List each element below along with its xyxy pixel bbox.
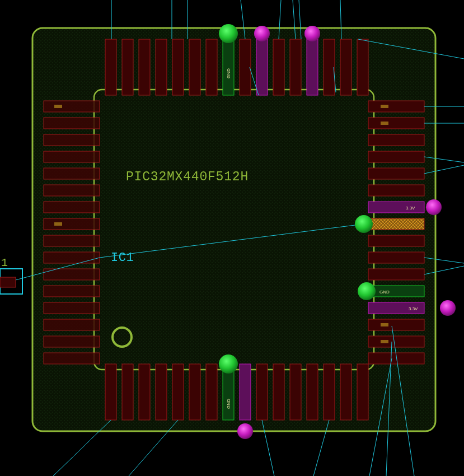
pad-bot-5[interactable] bbox=[172, 364, 184, 420]
via-gnd-right-a[interactable] bbox=[355, 215, 373, 233]
svg-rect-35 bbox=[381, 122, 388, 125]
pad-bot-15[interactable] bbox=[340, 364, 351, 420]
net-label-gnd-bot: GND bbox=[226, 399, 231, 409]
pad-right-15[interactable] bbox=[368, 336, 424, 347]
pad-top-2[interactable] bbox=[122, 39, 133, 95]
pad-right-9[interactable] bbox=[368, 235, 424, 246]
net-label-3v3-right-a: 3.3V bbox=[406, 206, 415, 211]
svg-rect-37 bbox=[381, 340, 388, 343]
pad-left-16[interactable] bbox=[44, 101, 100, 112]
pad-bot-2[interactable] bbox=[122, 364, 133, 420]
pad-bot-12[interactable] bbox=[290, 364, 301, 420]
pad-bot-1[interactable] bbox=[105, 364, 116, 420]
svg-rect-33 bbox=[54, 222, 62, 226]
via-3v3-right-a[interactable] bbox=[426, 199, 442, 215]
pad-top-7[interactable] bbox=[206, 39, 217, 95]
via-3v3-top-b[interactable] bbox=[304, 26, 320, 41]
via-3v3-bot[interactable] bbox=[237, 423, 253, 439]
pad-bot-13[interactable] bbox=[307, 364, 318, 420]
pad-bot-3[interactable] bbox=[139, 364, 150, 420]
svg-rect-32 bbox=[54, 105, 62, 108]
offscreen-label: 1 bbox=[1, 256, 8, 269]
pad-left-12[interactable] bbox=[44, 168, 100, 179]
pad-left-5[interactable] bbox=[44, 286, 100, 297]
net-label-gnd-right: GND bbox=[379, 290, 390, 295]
svg-rect-39 bbox=[0, 277, 16, 287]
pad-top-14[interactable] bbox=[324, 39, 335, 95]
pad-left-15[interactable] bbox=[44, 118, 100, 129]
svg-rect-34 bbox=[381, 105, 388, 108]
pad-right-5[interactable] bbox=[368, 168, 424, 179]
pad-right-3[interactable] bbox=[368, 134, 424, 146]
pad-top-13-3v3[interactable] bbox=[307, 39, 318, 95]
pad-bot-9-3v3[interactable] bbox=[240, 364, 251, 420]
pad-bot-14[interactable] bbox=[324, 364, 335, 420]
via-3v3-right-b[interactable] bbox=[440, 300, 456, 316]
part-value-text: PIC32MX440F512H bbox=[126, 170, 249, 184]
pad-left-13[interactable] bbox=[44, 151, 100, 162]
pad-bot-16[interactable] bbox=[357, 364, 368, 420]
pad-right-7-3v3[interactable] bbox=[368, 202, 424, 213]
via-3v3-top-a[interactable] bbox=[254, 26, 270, 41]
pad-left-10[interactable] bbox=[44, 202, 100, 213]
pad-top-8-gnd[interactable] bbox=[223, 39, 234, 95]
pad-top-11[interactable] bbox=[273, 39, 284, 95]
pad-right-12-gnd[interactable] bbox=[368, 286, 424, 297]
pad-top-9[interactable] bbox=[240, 39, 251, 95]
net-label-3v3-right-b: 3.3V bbox=[409, 306, 418, 311]
net-label-gnd-top: GND bbox=[226, 68, 231, 78]
pad-right-1[interactable] bbox=[368, 101, 424, 112]
via-gnd-bot[interactable] bbox=[219, 354, 238, 374]
svg-rect-36 bbox=[381, 323, 388, 326]
pad-top-12[interactable] bbox=[290, 39, 301, 95]
pad-left-3[interactable] bbox=[44, 319, 100, 330]
pad-top-16[interactable] bbox=[357, 39, 368, 95]
pad-left-4[interactable] bbox=[44, 302, 100, 314]
pad-left-14[interactable] bbox=[44, 134, 100, 146]
pad-right-4[interactable] bbox=[368, 151, 424, 162]
pad-left-7[interactable] bbox=[44, 252, 100, 263]
pcb-canvas[interactable]: GND GND GND 3.3V 3.3V bbox=[0, 0, 464, 476]
ic-body[interactable] bbox=[94, 90, 374, 370]
reference-designator: IC1 bbox=[111, 251, 134, 265]
pad-top-3[interactable] bbox=[139, 39, 150, 95]
pad-top-10-3v3[interactable] bbox=[256, 39, 268, 95]
pad-bot-4[interactable] bbox=[156, 364, 167, 420]
pad-left-9[interactable] bbox=[44, 218, 100, 230]
pad-top-6[interactable] bbox=[189, 39, 200, 95]
pad-top-4[interactable] bbox=[156, 39, 167, 95]
pad-left-11[interactable] bbox=[44, 185, 100, 196]
pad-right-10[interactable] bbox=[368, 252, 424, 263]
pad-bot-11[interactable] bbox=[273, 364, 284, 420]
via-gnd-top[interactable] bbox=[219, 24, 238, 43]
pad-left-8[interactable] bbox=[44, 235, 100, 246]
pad-bot-7[interactable] bbox=[206, 364, 217, 420]
pad-right-6[interactable] bbox=[368, 185, 424, 196]
pad-left-1[interactable] bbox=[44, 353, 100, 364]
offscreen-component-left[interactable]: 1 bbox=[0, 256, 22, 294]
pad-left-2[interactable] bbox=[44, 336, 100, 347]
pad-right-2[interactable] bbox=[368, 118, 424, 129]
pad-top-1[interactable] bbox=[105, 39, 116, 95]
pad-right-11[interactable] bbox=[368, 269, 424, 280]
pad-top-5[interactable] bbox=[172, 39, 184, 95]
via-gnd-right-b[interactable] bbox=[358, 282, 376, 300]
pad-bot-6[interactable] bbox=[189, 364, 200, 420]
pad-right-8-selected[interactable] bbox=[368, 218, 424, 230]
pad-bot-10[interactable] bbox=[256, 364, 268, 420]
pad-right-14[interactable] bbox=[368, 319, 424, 330]
pad-top-15[interactable] bbox=[340, 39, 351, 95]
